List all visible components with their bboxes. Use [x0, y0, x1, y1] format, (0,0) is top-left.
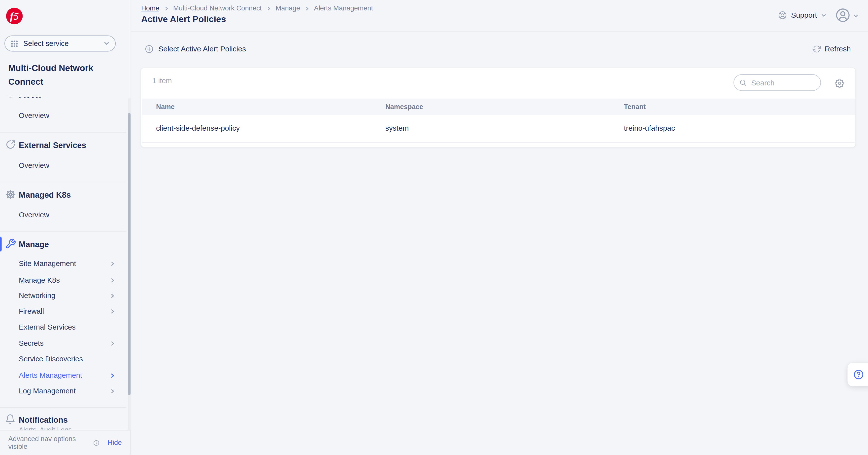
- refresh-icon: [812, 45, 820, 53]
- hide-nav-link[interactable]: Hide: [107, 439, 122, 447]
- column-header-tenant: Tenant: [624, 98, 646, 115]
- sidebar-item-alerts-management[interactable]: Alerts Management: [19, 370, 116, 382]
- search-input[interactable]: [734, 74, 821, 91]
- gear-icon[interactable]: [835, 79, 844, 88]
- column-header-name: Name: [156, 98, 175, 115]
- sidebar-scrollbar-thumb[interactable]: [128, 113, 130, 395]
- support-menu[interactable]: Support: [778, 10, 826, 20]
- sidebar-item-firewall[interactable]: Firewall: [19, 305, 116, 317]
- breadcrumb-home[interactable]: Home: [141, 4, 159, 12]
- chevron-down-icon: [853, 13, 859, 19]
- divider: [0, 132, 126, 133]
- cell-tenant: treino-ufahspac: [624, 115, 675, 142]
- sidebar-section-managed-k8s[interactable]: Managed K8s: [0, 189, 118, 201]
- chevron-down-icon: [103, 40, 110, 47]
- chevron-right-icon: [110, 278, 115, 283]
- sidebar-item-service-discoveries[interactable]: Service Discoveries: [19, 353, 116, 365]
- service-selector-label: Select service: [23, 39, 98, 48]
- sidebar-section-external-services[interactable]: External Services: [0, 139, 118, 151]
- chevron-right-icon: [110, 373, 115, 378]
- select-button-label: Select Active Alert Policies: [158, 45, 246, 53]
- cell-name: client-side-defense-policy: [156, 115, 240, 142]
- plus-circle-icon: [145, 44, 154, 54]
- sidebar-section-notifications[interactable]: Notifications: [0, 414, 118, 426]
- breadcrumb-separator-icon: [164, 6, 169, 11]
- breadcrumb-current: Alerts Management: [314, 4, 373, 12]
- chevron-right-icon: [110, 389, 115, 394]
- app-root: f5 Select service Multi-Cloud Network Co…: [0, 0, 868, 455]
- advanced-nav-text: Advanced nav options visible: [8, 435, 90, 451]
- sidebar-item-networking[interactable]: Networking: [19, 290, 116, 302]
- alert-policies-card: 1 item Name Namespace Tenant client-side…: [141, 67, 856, 147]
- breadcrumb-mcn-connect[interactable]: Multi-Cloud Network Connect: [173, 4, 262, 12]
- select-active-alert-policies-button[interactable]: Select Active Alert Policies: [145, 44, 246, 54]
- sidebar-section-label: Manage: [19, 240, 49, 249]
- search-box: [734, 74, 821, 91]
- sidebar-section-label: External Services: [19, 141, 86, 150]
- sidebar-item-secrets[interactable]: Secrets: [19, 338, 116, 350]
- chevron-down-icon: [821, 12, 826, 18]
- support-label: Support: [791, 11, 817, 19]
- sidebar-section-label: Managed K8s: [19, 191, 71, 199]
- breadcrumb-manage[interactable]: Manage: [275, 4, 300, 12]
- sidebar-scrollbar-track: [128, 98, 130, 430]
- sidebar-item-site-management[interactable]: Site Management: [19, 258, 116, 270]
- breadcrumb: Home Multi-Cloud Network Connect Manage …: [141, 4, 373, 12]
- wrench-icon: [5, 238, 16, 249]
- sidebar-section-label: Fleets: [19, 97, 42, 99]
- divider: [0, 182, 126, 182]
- sidebar-nav: Fleets Overview External Services Overv: [0, 97, 130, 430]
- fleets-icon: [5, 97, 16, 99]
- refresh-button[interactable]: Refresh: [812, 45, 851, 53]
- life-ring-icon: [778, 10, 787, 20]
- breadcrumb-separator-icon: [305, 6, 309, 11]
- sidebar-section-fleets[interactable]: Fleets: [0, 97, 118, 101]
- service-selector[interactable]: Select service: [4, 35, 116, 52]
- svg-text:f5: f5: [10, 10, 19, 22]
- chevron-right-icon: [110, 309, 115, 314]
- sidebar-section-subtitle: Alerts, Audit Logs: [19, 426, 72, 430]
- sidebar-item-managed-k8s-overview[interactable]: Overview: [19, 209, 116, 221]
- helm-wheel-icon: [5, 189, 16, 200]
- user-avatar-icon[interactable]: [835, 8, 850, 23]
- sidebar-footer: Advanced nav options visible Hide: [0, 430, 130, 455]
- table-row[interactable]: client-side-defense-policy system treino…: [142, 115, 855, 143]
- page-title: Active Alert Policies: [141, 15, 226, 24]
- external-services-icon: [5, 139, 16, 150]
- help-circle-icon: [853, 369, 864, 380]
- grid-icon: [10, 40, 18, 48]
- sidebar-item-external-services-manage[interactable]: External Services: [19, 321, 116, 334]
- divider: [0, 407, 126, 408]
- table-header-row: Name Namespace Tenant: [142, 98, 855, 115]
- cell-namespace: system: [385, 115, 409, 142]
- sidebar-item-fleets-overview[interactable]: Overview: [19, 110, 116, 122]
- divider: [0, 231, 126, 231]
- sidebar-section-label: Notifications: [19, 416, 68, 424]
- column-header-namespace: Namespace: [385, 98, 423, 115]
- sidebar: f5 Select service Multi-Cloud Network Co…: [0, 0, 131, 455]
- sidebar-item-log-management[interactable]: Log Management: [19, 385, 116, 397]
- chevron-right-icon: [110, 261, 115, 266]
- sidebar-title: Multi-Cloud Network Connect: [8, 61, 93, 89]
- item-count: 1 item: [152, 77, 172, 85]
- refresh-label: Refresh: [825, 45, 850, 53]
- chevron-right-icon: [110, 341, 115, 346]
- sidebar-item-external-services-overview[interactable]: Overview: [19, 160, 116, 172]
- info-icon[interactable]: [93, 439, 100, 447]
- help-button[interactable]: [848, 363, 868, 386]
- sidebar-item-manage-k8s[interactable]: Manage K8s: [19, 274, 116, 286]
- chevron-right-icon: [110, 293, 115, 298]
- bell-icon: [5, 414, 16, 424]
- f5-logo[interactable]: f5: [6, 8, 23, 24]
- sidebar-section-manage[interactable]: Manage: [0, 238, 118, 250]
- breadcrumb-separator-icon: [266, 6, 271, 11]
